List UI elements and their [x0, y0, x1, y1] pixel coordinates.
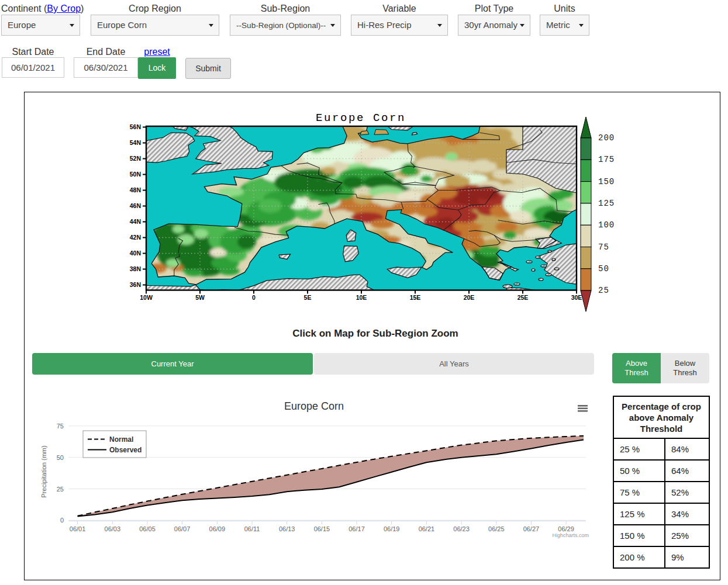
svg-text:06/25: 06/25: [488, 525, 505, 532]
svg-text:06/17: 06/17: [349, 525, 365, 532]
svg-text:06/23: 06/23: [453, 525, 470, 532]
svg-text:06/07: 06/07: [174, 525, 191, 532]
svg-text:15E: 15E: [410, 294, 421, 301]
svg-text:06/21: 06/21: [419, 525, 435, 532]
svg-text:50: 50: [598, 264, 609, 274]
svg-text:25: 25: [598, 286, 609, 295]
svg-text:175: 175: [598, 155, 615, 164]
svg-text:06/19: 06/19: [384, 525, 400, 532]
svg-text:46N: 46N: [130, 202, 141, 209]
svg-text:54N: 54N: [130, 139, 141, 146]
svg-text:125: 125: [598, 199, 615, 208]
svg-text:48N: 48N: [130, 186, 141, 193]
svg-text:06/15: 06/15: [314, 525, 330, 532]
svg-text:42N: 42N: [130, 234, 141, 241]
svg-text:06/01: 06/01: [70, 525, 86, 532]
svg-text:5W: 5W: [195, 294, 205, 301]
svg-text:06/03: 06/03: [105, 525, 121, 532]
svg-text:0: 0: [252, 294, 256, 301]
svg-text:25E: 25E: [517, 294, 529, 301]
svg-text:52N: 52N: [130, 155, 141, 162]
svg-text:75: 75: [57, 423, 64, 430]
svg-text:06/05: 06/05: [139, 525, 156, 532]
svg-text:5E: 5E: [304, 294, 312, 301]
svg-text:06/29: 06/29: [558, 525, 574, 532]
svg-text:30E: 30E: [571, 294, 582, 301]
svg-text:Precipitation (mm): Precipitation (mm): [40, 445, 47, 497]
svg-text:40N: 40N: [130, 250, 141, 257]
svg-text:10W: 10W: [140, 294, 153, 301]
svg-text:44N: 44N: [130, 218, 141, 225]
svg-text:36N: 36N: [130, 281, 141, 288]
svg-text:20E: 20E: [464, 294, 475, 301]
svg-text:06/11: 06/11: [244, 525, 260, 532]
svg-text:Europe Corn: Europe Corn: [316, 112, 406, 124]
svg-text:10E: 10E: [356, 294, 367, 301]
svg-text:Observed: Observed: [109, 446, 142, 454]
svg-text:06/13: 06/13: [279, 525, 295, 532]
svg-text:25: 25: [57, 486, 64, 493]
svg-text:06/09: 06/09: [209, 525, 226, 532]
svg-text:50: 50: [57, 454, 64, 461]
svg-text:Normal: Normal: [109, 435, 133, 444]
svg-text:56N: 56N: [130, 123, 141, 130]
svg-text:100: 100: [598, 220, 615, 230]
svg-text:150: 150: [598, 177, 615, 186]
svg-text:06/27: 06/27: [523, 525, 540, 532]
svg-text:38N: 38N: [130, 265, 141, 272]
svg-text:200: 200: [598, 133, 615, 143]
svg-text:75: 75: [598, 243, 609, 252]
svg-text:0: 0: [60, 517, 64, 524]
svg-text:50N: 50N: [130, 171, 141, 178]
